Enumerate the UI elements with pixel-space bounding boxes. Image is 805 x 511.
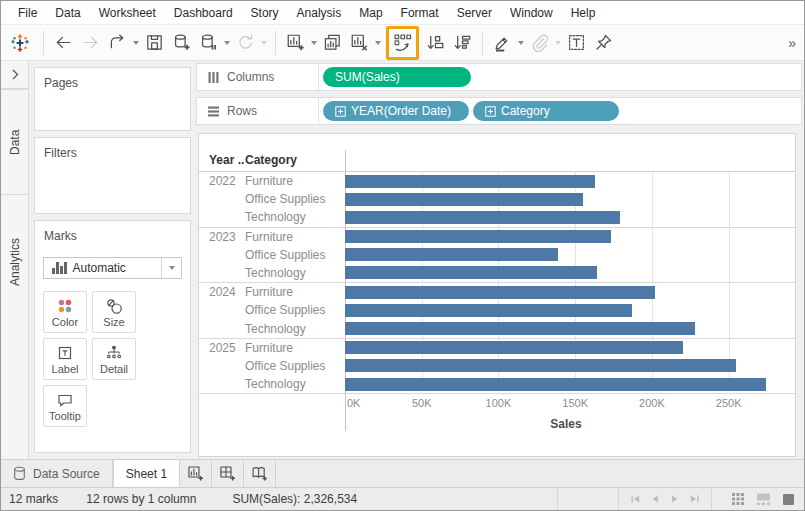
color-button[interactable]: Color (43, 291, 87, 333)
bar-2023-technology[interactable] (345, 266, 597, 279)
show-sheet-sorter-button[interactable] (730, 491, 746, 507)
bar-2023-furniture[interactable] (345, 230, 611, 243)
year-label[interactable]: 2022 (199, 174, 245, 188)
bar-2024-furniture[interactable] (345, 286, 655, 299)
tooltip-button[interactable]: Tooltip (43, 385, 87, 427)
pill-category[interactable]: Category (473, 101, 619, 121)
replay-animation-button[interactable] (104, 29, 131, 57)
clear-sheet-button[interactable] (346, 29, 373, 57)
pages-shelf[interactable]: Pages (34, 67, 191, 131)
bar-2022-office-supplies[interactable] (345, 193, 583, 206)
menu-item-window[interactable]: Window (501, 1, 562, 25)
menu-item-analysis[interactable]: Analysis (288, 1, 351, 25)
bar-2025-office-supplies[interactable] (345, 359, 736, 372)
replay-animation-dropdown[interactable] (131, 29, 140, 57)
swap-rows-and-columns-button[interactable] (389, 29, 416, 57)
chart-row: Technology (199, 375, 795, 393)
new-data-source-button[interactable] (168, 29, 195, 57)
year-column-header[interactable]: Year .. (199, 153, 245, 167)
fix-axes-button[interactable] (590, 29, 617, 57)
category-label[interactable]: Technology (245, 266, 345, 280)
menu-item-worksheet[interactable]: Worksheet (90, 1, 165, 25)
bar-2025-technology[interactable] (345, 378, 766, 391)
new-worksheet-button[interactable] (282, 29, 309, 57)
menu-item-dashboard[interactable]: Dashboard (165, 1, 242, 25)
previous-sheet-button[interactable] (649, 493, 661, 505)
mark-type-caret[interactable] (161, 258, 181, 278)
pill-year-order-date[interactable]: YEAR(Order Date) (323, 101, 469, 121)
menu-item-file[interactable]: File (9, 1, 46, 25)
group-members-button[interactable] (526, 29, 553, 57)
redo-button[interactable] (77, 29, 104, 57)
run-update-dropdown[interactable] (259, 29, 268, 57)
bar-2024-office-supplies[interactable] (345, 304, 632, 317)
undo-button[interactable] (50, 29, 77, 57)
category-label[interactable]: Office Supplies (245, 192, 345, 206)
bar-2025-furniture[interactable] (345, 341, 683, 354)
bar-2022-technology[interactable] (345, 211, 620, 224)
tab-data[interactable]: Data (1, 89, 28, 194)
x-axis[interactable]: 0K50K100K150K200K250K (345, 394, 787, 412)
category-label[interactable]: Technology (245, 322, 345, 336)
year-label[interactable]: 2025 (199, 341, 245, 355)
show-tabs-button[interactable] (781, 492, 796, 507)
sheet-tab-sheet1[interactable]: Sheet 1 (113, 460, 180, 487)
pause-auto-updates-dropdown[interactable] (222, 29, 231, 57)
size-button[interactable]: Size (92, 291, 136, 333)
show-mark-labels-button[interactable] (563, 29, 590, 57)
category-label[interactable]: Furniture (245, 285, 345, 299)
new-story-button[interactable] (244, 460, 276, 487)
mark-type-dropdown[interactable]: Automatic (43, 257, 182, 279)
run-update-button[interactable] (232, 29, 259, 57)
category-label[interactable]: Office Supplies (245, 248, 345, 262)
menu-item-data[interactable]: Data (46, 1, 89, 25)
new-worksheet-dropdown[interactable] (309, 29, 318, 57)
rows-shelf[interactable]: Rows YEAR(Order Date) Category (196, 97, 802, 125)
bar-2022-furniture[interactable] (345, 175, 595, 188)
columns-shelf[interactable]: Columns SUM(Sales) (196, 63, 802, 91)
expand-plus-icon (485, 106, 496, 117)
new-worksheet-button[interactable] (180, 460, 212, 487)
highlight-button[interactable] (489, 29, 516, 57)
pill-sum-sales[interactable]: SUM(Sales) (323, 67, 471, 87)
next-sheet-button[interactable] (669, 493, 681, 505)
sort-ascending-button[interactable] (422, 29, 449, 57)
save-button[interactable] (141, 29, 168, 57)
show-filmstrip-button[interactable] (755, 491, 772, 507)
menu-item-story[interactable]: Story (242, 1, 288, 25)
year-label[interactable]: 2024 (199, 285, 245, 299)
category-label[interactable]: Office Supplies (245, 303, 345, 317)
tab-analytics[interactable]: Analytics (1, 194, 28, 329)
sort-descending-button[interactable] (449, 29, 476, 57)
menu-item-server[interactable]: Server (448, 1, 501, 25)
menu-item-help[interactable]: Help (562, 1, 605, 25)
menu-item-format[interactable]: Format (392, 1, 448, 25)
data-source-tab[interactable]: Data Source (1, 460, 113, 487)
group-members-dropdown[interactable] (553, 29, 562, 57)
category-label[interactable]: Furniture (245, 174, 345, 188)
menu-item-map[interactable]: Map (350, 1, 391, 25)
category-column-header[interactable]: Category (245, 153, 345, 167)
category-label[interactable]: Office Supplies (245, 359, 345, 373)
category-label[interactable]: Furniture (245, 341, 345, 355)
columns-icon (207, 71, 220, 84)
category-label[interactable]: Technology (245, 377, 345, 391)
label-button[interactable]: Label (43, 338, 87, 380)
year-label[interactable]: 2023 (199, 230, 245, 244)
category-label[interactable]: Furniture (245, 230, 345, 244)
last-sheet-button[interactable] (689, 493, 701, 505)
bar-2024-technology[interactable] (345, 322, 695, 335)
first-sheet-button[interactable] (629, 493, 641, 505)
duplicate-sheet-button[interactable] (319, 29, 346, 57)
axis-tick-label: 50K (412, 397, 432, 409)
collapse-pane-button[interactable] (1, 61, 28, 89)
pause-auto-updates-button[interactable] (195, 29, 222, 57)
clear-sheet-dropdown[interactable] (373, 29, 382, 57)
highlight-dropdown[interactable] (516, 29, 525, 57)
filters-shelf[interactable]: Filters (34, 137, 191, 214)
new-dashboard-button[interactable] (212, 460, 244, 487)
category-label[interactable]: Technology (245, 210, 345, 224)
detail-button[interactable]: Detail (92, 338, 136, 380)
more-toolbar-buttons[interactable]: » (788, 35, 798, 51)
bar-2023-office-supplies[interactable] (345, 248, 558, 261)
